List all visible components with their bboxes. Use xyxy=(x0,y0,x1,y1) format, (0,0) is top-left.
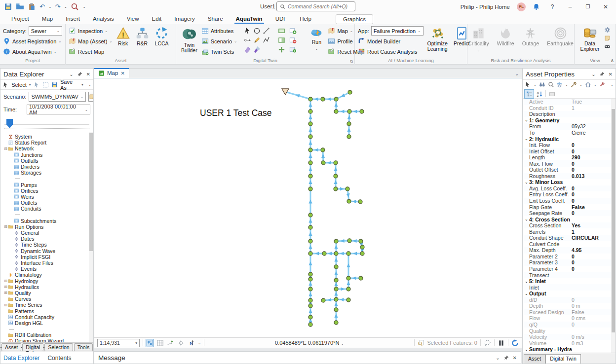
property-value[interactable]: 0 m/s xyxy=(572,334,616,340)
tree-item-design-hgl[interactable]: Design HGL xyxy=(2,320,93,326)
ribbon-tab-udf[interactable]: UDF xyxy=(269,14,294,24)
property-value[interactable]: 1 xyxy=(572,105,616,111)
property-row-from[interactable]: From05y32 xyxy=(524,123,616,130)
tab-overflow-icon[interactable]: ⌄ xyxy=(515,72,519,76)
move-tool-icon[interactable] xyxy=(278,46,285,53)
tree-item-general[interactable]: General xyxy=(2,230,93,236)
add-layer-icon[interactable] xyxy=(289,27,297,35)
scenario-select[interactable]: SWMM5_DYNWAV⌄ xyxy=(29,92,86,102)
ribbon-tab-imagery[interactable]: Imagery xyxy=(168,14,201,24)
property-row-d-d[interactable]: d/D0 xyxy=(524,297,616,303)
tree-item-orifices[interactable]: Orifices xyxy=(2,188,93,194)
message-pin-icon[interactable] xyxy=(504,355,509,360)
property-value[interactable]: 0 xyxy=(572,297,616,303)
property-row-parameter-2[interactable]: Parameter 20 xyxy=(524,254,616,260)
tree-item-curves[interactable]: Curves xyxy=(2,296,93,302)
circle-tool-icon[interactable] xyxy=(253,27,261,35)
tree-item-outlets[interactable]: Outlets xyxy=(2,200,93,206)
split-tool-icon[interactable] xyxy=(278,36,285,44)
property-value[interactable]: 05y32 xyxy=(572,123,616,129)
category-chevron-icon[interactable]: ⌄ xyxy=(524,217,529,221)
property-value[interactable]: 0 xyxy=(572,167,616,173)
dock-tab-asset[interactable]: Asset xyxy=(1,343,21,351)
close-button[interactable]: ✕ xyxy=(600,3,611,10)
category-select[interactable]: Sewer⌄ xyxy=(29,26,62,36)
map-asset-button[interactable]: Map (Asset)⌄ xyxy=(69,36,113,46)
inspection-button[interactable]: Inspection⌄ xyxy=(69,26,113,36)
model-builder-button[interactable]: Model Builder xyxy=(358,36,424,46)
tree-expander[interactable]: ⊞ xyxy=(3,303,8,307)
message-close-icon[interactable]: ✕ xyxy=(513,355,517,361)
tree-scrollbar[interactable] xyxy=(89,132,93,342)
property-value[interactable]: 0 cms xyxy=(572,315,616,321)
scale-select[interactable]: 1:14,931▾ xyxy=(97,339,140,347)
tools-icon[interactable] xyxy=(571,81,577,88)
tree-item-interface-files[interactable]: Interface Files xyxy=(2,260,93,266)
reset-map-button[interactable]: Reset Map xyxy=(69,47,113,56)
risk-button[interactable]: !Risk xyxy=(115,26,132,47)
tree-item-status-report[interactable]: Status Report xyxy=(2,140,93,146)
property-row-init-flow[interactable]: Init. Flow0 xyxy=(524,142,616,148)
help-icon[interactable]: ? xyxy=(547,3,558,10)
property-value[interactable]: 0 xyxy=(572,198,616,204)
tree-item-events[interactable]: Events xyxy=(2,266,93,272)
redo-dropdown-icon[interactable]: ⌄ xyxy=(64,4,68,9)
select-tool-icon[interactable] xyxy=(2,81,9,88)
ap-menu-icon[interactable]: ⌄ xyxy=(591,72,595,77)
brush-tool-icon[interactable] xyxy=(253,46,261,53)
categorized-view-button[interactable] xyxy=(525,90,534,98)
eraser-tool-icon[interactable] xyxy=(244,46,251,53)
tree-expander[interactable]: ⊞ xyxy=(3,291,8,295)
add-data-icon[interactable] xyxy=(289,46,297,53)
command-search-input[interactable]: Command Search (Alt+Q) xyxy=(276,1,355,11)
dialog-launcher-icon[interactable]: ⧉ xyxy=(350,59,353,64)
earthquake-button[interactable]: Earthquake xyxy=(545,26,576,47)
undo-icon[interactable]: ↶ xyxy=(39,3,45,10)
node-link-tool-icon[interactable] xyxy=(244,36,251,44)
property-value[interactable]: 0 xyxy=(572,161,616,167)
property-row-q-q[interactable]: q/Q0 xyxy=(524,322,616,328)
refresh-icon[interactable] xyxy=(511,339,519,347)
property-row-exceed-design[interactable]: Exceed DesignFalse xyxy=(524,309,616,316)
property-value[interactable]: Yes xyxy=(572,222,616,228)
run-button[interactable]: Run⌄ xyxy=(307,26,326,52)
select-button[interactable]: Select xyxy=(11,82,27,88)
tree-item-storages[interactable]: Storages xyxy=(2,170,93,176)
panel-tab-data-explorer[interactable]: Data Explorer xyxy=(3,355,39,362)
ribbon-tab-share[interactable]: Share xyxy=(201,14,230,24)
property-value[interactable]: 0 xyxy=(572,322,616,328)
property-category-output[interactable]: ⌄Output xyxy=(524,291,616,297)
lasso-icon[interactable] xyxy=(484,339,491,347)
ap-close-icon[interactable]: ✕ xyxy=(609,72,613,77)
ap-overflow-icon[interactable]: ⌄ xyxy=(611,82,614,87)
tree-item-run-options[interactable]: ⊟Run Options xyxy=(2,224,93,230)
property-row-outlet-offset[interactable]: Outlet Offset0 xyxy=(524,167,616,173)
layers-icon[interactable] xyxy=(556,81,563,88)
app-select[interactable]: Failure Prediction⌄ xyxy=(371,26,424,36)
save-project-icon[interactable] xyxy=(4,2,12,11)
lcca-button[interactable]: LCCA xyxy=(153,26,171,47)
asset-registration-button[interactable]: Asset Registration⌄ xyxy=(3,36,62,46)
property-value[interactable]: 1 xyxy=(572,229,616,235)
property-value[interactable]: Cierre xyxy=(572,130,616,136)
tree-expander[interactable]: ⊞ xyxy=(3,279,8,283)
tree-item-patterns[interactable]: Patterns xyxy=(2,308,93,314)
property-value[interactable]: False xyxy=(572,309,616,315)
status-more-icon[interactable]: ⌄ xyxy=(198,341,201,345)
coordinates-readout[interactable]: 0.0458489°E 0.0611970°N ⌄ xyxy=(207,340,411,346)
property-value[interactable]: 0 m3 xyxy=(572,340,616,346)
account-name[interactable]: Philip - Philip Home xyxy=(461,4,510,10)
note-icon[interactable] xyxy=(604,35,611,41)
zoom-selection-icon[interactable] xyxy=(42,81,49,88)
close-tab-icon[interactable]: ✕ xyxy=(120,71,124,76)
wrench-icon[interactable] xyxy=(599,81,606,88)
property-row-exit-loss-coeff-[interactable]: Exit Loss Coeff.0 xyxy=(524,198,616,204)
save-as-button[interactable]: Save As xyxy=(60,79,79,91)
tree-item-dates[interactable]: Dates xyxy=(2,236,93,242)
map-canvas[interactable]: USER 1 Test Case xyxy=(94,78,522,337)
property-category-5-inlet[interactable]: ⌄5: Inlet xyxy=(524,278,616,285)
wildfire-button[interactable]: Wildfire xyxy=(495,26,516,47)
ap-pointer-icon[interactable] xyxy=(525,81,531,88)
toolbar-overflow-icon[interactable]: ⌄ xyxy=(88,82,91,87)
pin-icon[interactable] xyxy=(77,72,82,76)
